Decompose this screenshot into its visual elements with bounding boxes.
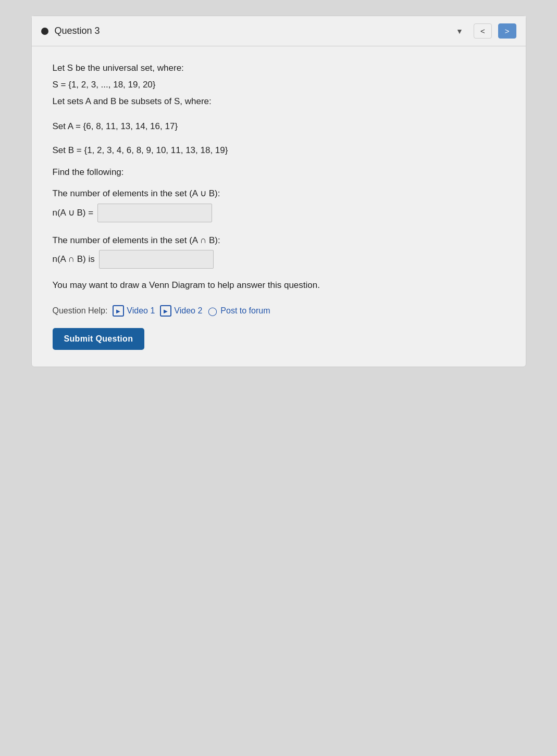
video1-link[interactable]: ▶ Video 1 [113, 305, 155, 317]
intersection-input-prefix: n(A ∩ B) is [53, 254, 95, 264]
union-input-prefix: n(A ∪ B) = [53, 207, 94, 218]
main-container: Question 3 ▼ < > Let S be the universal … [31, 16, 526, 367]
video2-link[interactable]: ▶ Video 2 [160, 305, 202, 317]
question-dot [41, 28, 48, 35]
question-body: Let S be the universal set, where: S = {… [32, 46, 526, 367]
venn-hint: You may want to draw a Venn Diagram to h… [53, 280, 505, 291]
forum-label: Post to forum [220, 306, 270, 316]
intersection-question-label: The number of elements in the set (A ∩ B… [53, 234, 505, 247]
find-label: Find the following: [53, 167, 505, 178]
video1-label: Video 1 [127, 306, 155, 316]
question-header: Question 3 ▼ < > [32, 16, 526, 46]
help-label: Question Help: [53, 306, 108, 316]
next-question-button[interactable]: > [498, 23, 516, 39]
prev-question-button[interactable]: < [474, 23, 492, 39]
intersection-section: The number of elements in the set (A ∩ B… [53, 234, 505, 269]
union-section: The number of elements in the set (A ∪ B… [53, 187, 505, 222]
set-b-line: Set B = {1, 2, 3, 4, 6, 8, 9, 10, 11, 13… [53, 143, 505, 158]
submit-question-button[interactable]: Submit Question [53, 328, 145, 350]
intersection-answer-input[interactable] [99, 250, 214, 269]
question-title: Question 3 [55, 26, 446, 36]
intro-line3: Let sets A and B be subsets of S, where: [53, 94, 505, 109]
intro-line1: Let S be the universal set, where: [53, 61, 505, 75]
video1-icon: ▶ [113, 305, 124, 317]
question-help: Question Help: ▶ Video 1 ▶ Video 2 ◯ Pos… [53, 305, 505, 317]
set-a-line: Set A = {6, 8, 11, 13, 14, 16, 17} [53, 119, 505, 134]
forum-icon: ◯ [207, 306, 218, 316]
union-question-label: The number of elements in the set (A ∪ B… [53, 187, 505, 200]
union-answer-input[interactable] [97, 204, 212, 222]
intersection-input-row: n(A ∩ B) is [53, 250, 505, 269]
question-dropdown-button[interactable]: ▼ [452, 25, 467, 37]
union-input-row: n(A ∪ B) = [53, 204, 505, 222]
video2-icon: ▶ [160, 305, 171, 317]
intro-line2: S = {1, 2, 3, ..., 18, 19, 20} [53, 78, 505, 92]
problem-intro: Let S be the universal set, where: S = {… [53, 61, 505, 109]
forum-link[interactable]: ◯ Post to forum [207, 306, 270, 316]
video2-label: Video 2 [174, 306, 202, 316]
